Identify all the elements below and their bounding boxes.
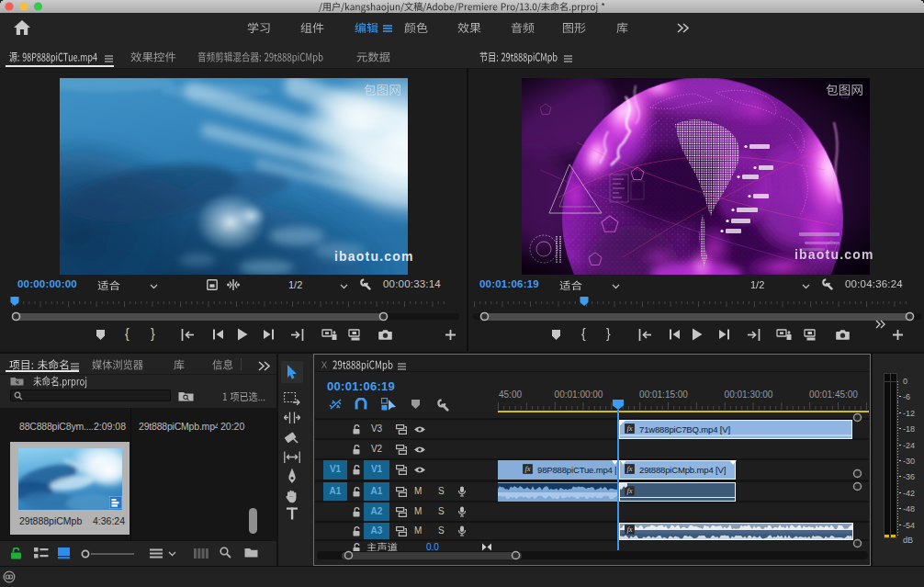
svg-text:fx: fx bbox=[524, 464, 530, 473]
svg-text:fx: fx bbox=[626, 423, 632, 433]
svg-text:fx: fx bbox=[626, 525, 632, 534]
svg-text:fx: fx bbox=[626, 464, 632, 473]
